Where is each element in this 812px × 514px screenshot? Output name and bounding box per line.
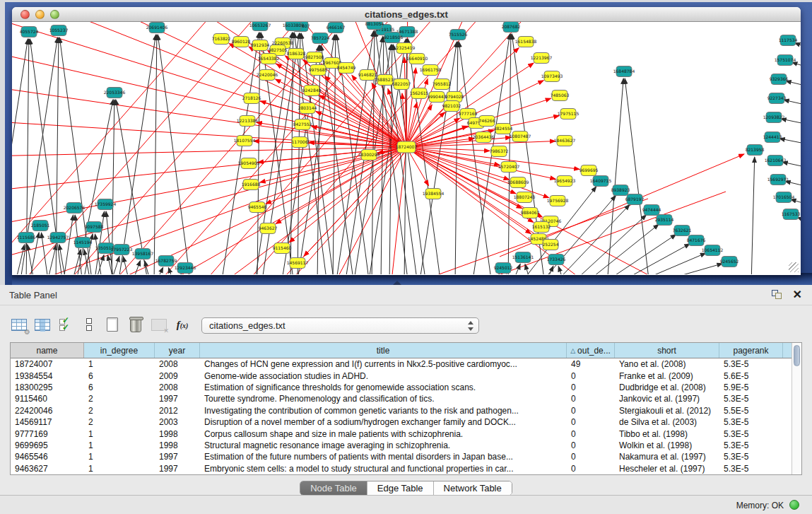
table-cell-year: 2009 bbox=[155, 371, 200, 381]
table-scrollbar-thumb[interactable] bbox=[794, 345, 800, 366]
table-cell-out_de: 0 bbox=[567, 440, 615, 450]
table-row[interactable]: 911546021997Tourette syndrome. Phenomeno… bbox=[11, 393, 792, 404]
table-scrollbar[interactable] bbox=[792, 343, 801, 474]
table-row[interactable]: 977716911998Corpus callosum shape and si… bbox=[11, 428, 792, 439]
graph-node-label: 19218506 bbox=[382, 35, 404, 40]
table-cell-pagerank: 5.3E-5 bbox=[719, 394, 783, 404]
network-window-titlebar[interactable]: citations_edges.txt bbox=[12, 7, 801, 22]
float-panel-icon[interactable] bbox=[772, 290, 782, 300]
table-cell-in_degree: 1 bbox=[84, 429, 155, 439]
network-canvas[interactable]: 1872400712325419166409101696175879558121… bbox=[12, 22, 801, 274]
dropdown-arrows-icon bbox=[467, 320, 473, 332]
graph-node-label: 17975115 bbox=[558, 111, 579, 116]
network-svg[interactable]: 1872400712325419166409101696175879558121… bbox=[12, 22, 801, 274]
table-source-value: citations_edges.txt bbox=[209, 320, 286, 331]
table-cell-pagerank: 5.3E-5 bbox=[719, 440, 783, 450]
graph-node-label: 16210643 bbox=[765, 158, 787, 163]
table-cell-year: 1997 bbox=[155, 394, 200, 404]
tab-network-table[interactable]: Network Table bbox=[434, 481, 512, 495]
table-cell-pagerank: 5.3E-5 bbox=[719, 359, 783, 369]
graph-node-label: 12213386 bbox=[237, 118, 259, 123]
graph-edge bbox=[131, 260, 141, 274]
table-source-dropdown[interactable]: citations_edges.txt bbox=[201, 317, 479, 334]
table-cell-title: Estimation of the future numbers of pati… bbox=[200, 452, 567, 462]
graph-edge bbox=[158, 35, 191, 274]
tab-edge-table[interactable]: Edge Table bbox=[367, 481, 434, 495]
table-row[interactable]: 1938455462009Genome-wide association stu… bbox=[11, 370, 792, 381]
table-cell-title: Tourette syndrome. Phenomenology and cla… bbox=[200, 394, 567, 404]
close-panel-icon[interactable]: ✕ bbox=[793, 288, 802, 301]
function-builder-icon[interactable]: f(x) bbox=[173, 315, 192, 334]
table-cell-out_de: 49 bbox=[567, 359, 615, 369]
table-cell-year: 1997 bbox=[155, 452, 200, 462]
graph-node-label: 8471676 bbox=[687, 238, 706, 243]
table-row[interactable]: 969969511998Structural magnetic resonanc… bbox=[11, 440, 792, 451]
column-header-year[interactable]: year bbox=[155, 343, 200, 358]
table-cell-title: Structural magnetic resonance image aver… bbox=[200, 440, 567, 450]
unselect-all-columns-icon[interactable] bbox=[80, 315, 98, 334]
table-cell-out_de: 0 bbox=[567, 429, 615, 439]
graph-node-label: 9699695 bbox=[579, 168, 599, 173]
table-row[interactable]: 1872400712008Changes of HCN gene express… bbox=[11, 358, 792, 370]
graph-node-label: 18463627 bbox=[554, 138, 576, 143]
table-tab-bar: Node Table Edge Table Network Table bbox=[0, 481, 812, 496]
table-cell-out_de: 0 bbox=[567, 406, 615, 416]
splitter-grip[interactable] bbox=[393, 281, 401, 285]
table-row[interactable]: 1830029562008Estimation of significance … bbox=[11, 382, 792, 393]
graph-node-label: 22420046 bbox=[257, 72, 278, 77]
graph-edge bbox=[257, 33, 260, 274]
cytoscape-desktop: citations_edges.txt 18724007123254191664… bbox=[5, 2, 812, 285]
table-cell-in_degree: 1 bbox=[84, 452, 155, 462]
graph-node-label: 9245652 bbox=[720, 259, 739, 264]
table-settings-icon[interactable]: ⚙ bbox=[10, 315, 28, 334]
column-header-pagerank[interactable]: pagerank bbox=[719, 343, 783, 358]
table-cell-title: Disruption of a novel member of a sodium… bbox=[200, 417, 567, 427]
tab-node-table[interactable]: Node Table bbox=[300, 481, 367, 495]
new-column-icon[interactable] bbox=[103, 315, 122, 334]
graph-node-label: 15720407 bbox=[498, 164, 520, 169]
graph-node-label: 8813054 bbox=[365, 22, 384, 26]
graph-node-label: 2935114 bbox=[655, 217, 674, 222]
column-header-in_degree[interactable]: in_degree bbox=[84, 343, 155, 358]
graph-node-label: 7632621 bbox=[673, 228, 692, 233]
graph-node-label: 12213967 bbox=[531, 55, 553, 60]
table-row[interactable]: 2242004622012Investigating the contribut… bbox=[11, 405, 792, 416]
memory-status-indicator[interactable] bbox=[789, 500, 799, 510]
table-cell-year: 2012 bbox=[155, 406, 200, 416]
table-cell-in_degree: 2 bbox=[84, 406, 155, 416]
table-cell-name: 22420046 bbox=[11, 406, 84, 416]
column-header-title[interactable]: title bbox=[200, 343, 567, 358]
select-columns-icon[interactable] bbox=[33, 315, 52, 334]
table-cell-name: 9777169 bbox=[11, 429, 84, 439]
graph-node-label: 7515526 bbox=[449, 32, 468, 37]
graph-node-label: 10688609 bbox=[507, 180, 529, 185]
table-cell-short: Nakamura et al. (1997) bbox=[615, 452, 719, 462]
column-header-short[interactable]: short bbox=[615, 343, 719, 358]
table-cell-short: Hescheler et al. (1997) bbox=[615, 464, 719, 474]
table-row[interactable]: 946362711997Embryonic stem cells: a mode… bbox=[11, 463, 792, 474]
graph-node-label: 10653267 bbox=[249, 23, 271, 28]
graph-edge bbox=[785, 181, 801, 186]
table-cell-out_de: 0 bbox=[567, 371, 615, 381]
graph-node-label: 14569117 bbox=[287, 260, 309, 265]
graph-node-label: 1615132 bbox=[532, 224, 551, 229]
graph-node-label: 20691406 bbox=[146, 25, 168, 30]
graph-edge bbox=[492, 274, 499, 274]
column-header-out_de[interactable]: △out_de... bbox=[567, 343, 615, 358]
table-cell-pagerank: 5.6E-5 bbox=[719, 371, 783, 381]
graph-node-label: 9975685 bbox=[309, 67, 328, 72]
table-cell-year: 2008 bbox=[155, 382, 200, 392]
delete-column-icon[interactable] bbox=[126, 315, 145, 334]
graph-node-label: 6466167 bbox=[326, 25, 346, 30]
window-resize-grip[interactable] bbox=[789, 262, 799, 272]
table-row[interactable]: 1456911722003Disruption of a novel membe… bbox=[11, 416, 792, 428]
graph-edge bbox=[781, 119, 801, 124]
graph-node-label: 8454749 bbox=[337, 65, 356, 70]
table-row[interactable]: 946554611997Estimation of the future num… bbox=[11, 451, 792, 462]
graph-node-label: 16409715 bbox=[590, 178, 612, 183]
select-all-columns-icon[interactable]: ✓✓ bbox=[57, 315, 75, 334]
graph-node-label: 10807487 bbox=[510, 134, 531, 139]
graph-node-label: 18807243 bbox=[514, 194, 536, 199]
column-header-name[interactable]: name bbox=[11, 343, 84, 358]
graph-node-label: 3824554 bbox=[494, 126, 513, 131]
